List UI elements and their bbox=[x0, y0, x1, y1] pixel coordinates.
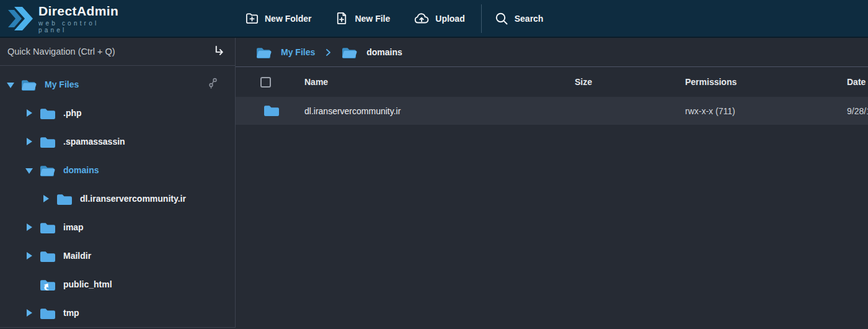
app-header: DirectAdmin web control panel New Folder bbox=[0, 0, 868, 38]
folder-open-icon bbox=[40, 164, 56, 177]
logo-subtitle: web control panel bbox=[38, 20, 124, 34]
tree-item-imap[interactable]: imap bbox=[0, 213, 235, 241]
file-tree-sidebar: Quick Navigation (Ctrl + Q) My Files bbox=[0, 38, 236, 328]
tree-item-label: .spamassassin bbox=[63, 137, 125, 146]
directadmin-logo-icon bbox=[6, 6, 35, 32]
folder-icon bbox=[40, 250, 56, 263]
expand-arrow-icon[interactable] bbox=[25, 138, 33, 145]
row-name[interactable]: dl.iranservercommunity.ir bbox=[304, 106, 575, 116]
column-header-date[interactable]: Date bbox=[847, 77, 868, 87]
upload-cloud-icon bbox=[414, 11, 430, 26]
folder-icon bbox=[40, 107, 56, 120]
folder-symlink-icon bbox=[40, 278, 56, 291]
tree-item-label: My Files bbox=[45, 79, 79, 89]
folder-icon bbox=[40, 307, 56, 320]
jump-arrow-icon[interactable] bbox=[213, 45, 225, 59]
file-tree: My Files .php .spamassassin bbox=[0, 66, 235, 327]
collapse-arrow-icon[interactable] bbox=[7, 81, 14, 88]
breadcrumb-domains[interactable]: domains bbox=[342, 46, 402, 59]
new-file-button[interactable]: New File bbox=[335, 11, 390, 25]
row-date: 9/28/1 bbox=[847, 106, 868, 116]
tree-item-spamassassin[interactable]: .spamassassin bbox=[0, 127, 235, 156]
expand-arrow-icon[interactable] bbox=[25, 252, 33, 259]
folder-open-icon bbox=[256, 46, 272, 59]
folder-open-icon bbox=[342, 46, 358, 59]
breadcrumb-my-files[interactable]: My Files bbox=[256, 46, 315, 59]
expander-spacer bbox=[25, 281, 33, 288]
tree-item-label: .php bbox=[63, 108, 82, 118]
column-header-size[interactable]: Size bbox=[575, 77, 685, 87]
expand-arrow-icon[interactable] bbox=[25, 109, 33, 117]
table-row[interactable]: dl.iranservercommunity.ir rwx-x-x (711) … bbox=[236, 97, 868, 125]
file-plus-icon bbox=[335, 11, 349, 25]
breadcrumb: My Files domains bbox=[236, 38, 868, 67]
search-icon bbox=[494, 11, 509, 26]
upload-button[interactable]: Upload bbox=[414, 11, 464, 26]
folder-icon bbox=[56, 192, 73, 205]
collapse-arrow-icon[interactable] bbox=[25, 166, 33, 174]
expand-arrow-icon[interactable] bbox=[25, 309, 33, 317]
tree-item-my-files[interactable]: My Files bbox=[0, 70, 235, 99]
tree-item-label: tmp bbox=[63, 308, 79, 318]
search-button[interactable]: Search bbox=[494, 11, 544, 26]
folder-open-icon bbox=[21, 78, 37, 91]
new-folder-label: New Folder bbox=[265, 14, 311, 24]
tree-item-php[interactable]: .php bbox=[0, 99, 235, 127]
new-folder-button[interactable]: New Folder bbox=[245, 11, 311, 25]
tree-item-dl-iranservercommunity-ir[interactable]: dl.iranservercommunity.ir bbox=[0, 184, 235, 213]
tree-item-domains[interactable]: domains bbox=[0, 156, 235, 184]
folder-icon bbox=[40, 221, 56, 234]
quick-navigation-label: Quick Navigation (Ctrl + Q) bbox=[7, 47, 115, 56]
select-all-checkbox[interactable] bbox=[260, 77, 271, 88]
tree-toggle-icon[interactable] bbox=[208, 76, 218, 92]
tree-item-tmp[interactable]: tmp bbox=[0, 299, 235, 327]
upload-label: Upload bbox=[435, 14, 464, 24]
table-header-row: Name Size Permissions Date bbox=[236, 67, 868, 97]
row-permissions: rwx-x-x (711) bbox=[685, 106, 847, 116]
quick-navigation-bar[interactable]: Quick Navigation (Ctrl + Q) bbox=[0, 38, 235, 66]
tree-item-label: public_html bbox=[63, 279, 112, 289]
file-manager-main: My Files domains Name Size Permissions D… bbox=[236, 38, 868, 328]
toolbar-divider bbox=[481, 4, 482, 33]
breadcrumb-label: domains bbox=[366, 47, 402, 57]
logo-title: DirectAdmin bbox=[38, 4, 124, 19]
tree-item-label: Maildir bbox=[63, 251, 91, 261]
tree-item-maildir[interactable]: Maildir bbox=[0, 241, 235, 270]
breadcrumb-label: My Files bbox=[281, 47, 315, 57]
expand-arrow-icon[interactable] bbox=[42, 195, 50, 202]
tree-item-label: dl.iranservercommunity.ir bbox=[80, 194, 186, 204]
new-file-label: New File bbox=[355, 14, 390, 24]
chevron-right-icon bbox=[324, 48, 333, 57]
tree-item-label: imap bbox=[63, 222, 84, 232]
folder-plus-icon bbox=[245, 11, 259, 25]
expand-arrow-icon[interactable] bbox=[25, 223, 33, 231]
column-header-permissions[interactable]: Permissions bbox=[685, 77, 847, 87]
folder-icon bbox=[264, 104, 280, 117]
tree-item-label: domains bbox=[63, 165, 99, 175]
tree-item-public-html[interactable]: public_html bbox=[0, 270, 235, 299]
folder-icon bbox=[40, 135, 56, 148]
column-header-name[interactable]: Name bbox=[304, 77, 575, 87]
directadmin-logo[interactable]: DirectAdmin web control panel bbox=[6, 4, 124, 34]
search-label: Search bbox=[515, 14, 544, 24]
header-toolbar: New Folder New File Upload bbox=[245, 4, 567, 33]
